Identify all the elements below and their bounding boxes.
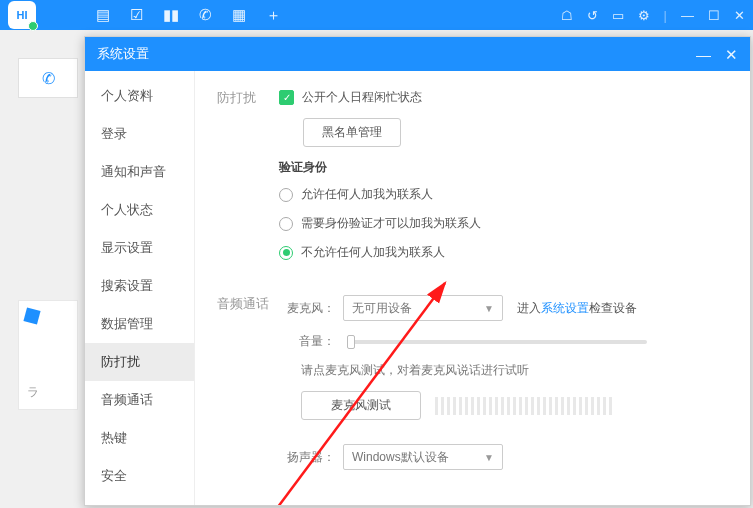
chat-icon[interactable]: ▤ bbox=[96, 6, 110, 25]
sidebar-item-4[interactable]: 显示设置 bbox=[85, 229, 194, 267]
maximize-icon[interactable]: ☐ bbox=[708, 8, 720, 23]
identity-title: 验证身份 bbox=[279, 159, 728, 176]
sidebar-item-5[interactable]: 搜索设置 bbox=[85, 267, 194, 305]
minimize-icon[interactable]: — bbox=[681, 8, 694, 23]
radio-need-verify[interactable] bbox=[279, 217, 293, 231]
settings-window: 系统设置 — ✕ 个人资料登录通知和声音个人状态显示设置搜索设置数据管理防打扰音… bbox=[84, 36, 751, 506]
checkbox-public-schedule[interactable]: ✓ bbox=[279, 90, 294, 105]
settings-content: 防打扰 ✓ 公开个人日程闲忙状态 黑名单管理 验证身份 允许任何人加我为联系人 bbox=[195, 71, 750, 505]
sidebar-item-8[interactable]: 音频通话 bbox=[85, 381, 194, 419]
folder-icon[interactable]: ▭ bbox=[612, 8, 624, 23]
bg-card-char: ラ bbox=[27, 384, 39, 401]
label-allow-any: 允许任何人加我为联系人 bbox=[301, 186, 433, 203]
radio-deny-all[interactable] bbox=[279, 246, 293, 260]
mic-hint: 进入系统设置检查设备 bbox=[517, 300, 637, 317]
mic-select-value: 无可用设备 bbox=[352, 300, 412, 317]
chevron-down-icon: ▼ bbox=[484, 452, 494, 463]
label-deny-all: 不允许任何人加我为联系人 bbox=[301, 244, 445, 261]
speaker-label: 扬声器： bbox=[279, 449, 335, 466]
volume-slider-thumb[interactable] bbox=[347, 335, 355, 349]
label-public-schedule: 公开个人日程闲忙状态 bbox=[302, 89, 422, 106]
sidebar-item-10[interactable]: 安全 bbox=[85, 457, 194, 495]
system-settings-link[interactable]: 系统设置 bbox=[541, 301, 589, 315]
section-dnd: 防打扰 ✓ 公开个人日程闲忙状态 黑名单管理 验证身份 允许任何人加我为联系人 bbox=[217, 89, 728, 273]
section-audio-label: 音频通话 bbox=[217, 295, 279, 482]
app-logo: HI bbox=[8, 1, 36, 29]
sidebar-item-6[interactable]: 数据管理 bbox=[85, 305, 194, 343]
titlebar-left-icons: ▤ ☑ ▮▮ ✆ ▦ ＋ bbox=[96, 6, 281, 25]
sidebar-item-2[interactable]: 通知和声音 bbox=[85, 153, 194, 191]
volume-slider[interactable] bbox=[347, 340, 647, 344]
chevron-down-icon: ▼ bbox=[484, 303, 494, 314]
mic-test-note: 请点麦克风测试，对着麦克风说话进行试听 bbox=[301, 362, 728, 379]
sidebar-item-9[interactable]: 热键 bbox=[85, 419, 194, 457]
sidebar-item-7[interactable]: 防打扰 bbox=[85, 343, 194, 381]
apps-icon[interactable]: ▦ bbox=[232, 6, 246, 25]
divider: | bbox=[664, 8, 667, 23]
phone-icon[interactable]: ✆ bbox=[199, 6, 212, 25]
blacklist-button[interactable]: 黑名单管理 bbox=[303, 118, 401, 147]
section-dnd-label: 防打扰 bbox=[217, 89, 279, 273]
speaker-select-value: Windows默认设备 bbox=[352, 449, 449, 466]
settings-titlebar: 系统设置 — ✕ bbox=[85, 37, 750, 71]
settings-close-icon[interactable]: ✕ bbox=[725, 47, 738, 62]
add-icon[interactable]: ＋ bbox=[266, 6, 281, 25]
phone-icon: ✆ bbox=[42, 69, 55, 88]
sidebar-item-11[interactable]: 自动更新 bbox=[85, 495, 194, 505]
news-icon[interactable]: ▮▮ bbox=[163, 6, 179, 25]
close-icon[interactable]: ✕ bbox=[734, 8, 745, 23]
sidebar-item-3[interactable]: 个人状态 bbox=[85, 191, 194, 229]
radio-allow-any[interactable] bbox=[279, 188, 293, 202]
bg-contact-card: ラ bbox=[18, 300, 78, 410]
mic-select[interactable]: 无可用设备 ▼ bbox=[343, 295, 503, 321]
label-need-verify: 需要身份验证才可以加我为联系人 bbox=[301, 215, 481, 232]
settings-minimize-icon[interactable]: — bbox=[696, 47, 711, 62]
mic-level-bars bbox=[435, 397, 612, 415]
settings-title: 系统设置 bbox=[97, 45, 149, 63]
sidebar-item-1[interactable]: 登录 bbox=[85, 115, 194, 153]
settings-sidebar: 个人资料登录通知和声音个人状态显示设置搜索设置数据管理防打扰音频通话热键安全自动… bbox=[85, 71, 195, 505]
gear-icon[interactable]: ⚙ bbox=[638, 8, 650, 23]
calendar-icon[interactable]: ☑ bbox=[130, 6, 143, 25]
bg-call-button[interactable]: ✆ bbox=[18, 58, 78, 98]
history-icon[interactable]: ↺ bbox=[587, 8, 598, 23]
mic-test-button[interactable]: 麦克风测试 bbox=[301, 391, 421, 420]
app-titlebar: HI ▤ ☑ ▮▮ ✆ ▦ ＋ ☖ ↺ ▭ ⚙ | — ☐ ✕ bbox=[0, 0, 753, 30]
volume-label: 音量： bbox=[279, 333, 335, 350]
sidebar-item-0[interactable]: 个人资料 bbox=[85, 77, 194, 115]
speaker-select[interactable]: Windows默认设备 ▼ bbox=[343, 444, 503, 470]
section-audio: 音频通话 麦克风： 无可用设备 ▼ 进入系统设置检查设备 音量： bbox=[217, 295, 728, 482]
pin-icon[interactable]: ☖ bbox=[561, 8, 573, 23]
avatar-icon bbox=[23, 307, 40, 324]
mic-label: 麦克风： bbox=[279, 300, 335, 317]
titlebar-right-icons: ☖ ↺ ▭ ⚙ | — ☐ ✕ bbox=[561, 8, 745, 23]
